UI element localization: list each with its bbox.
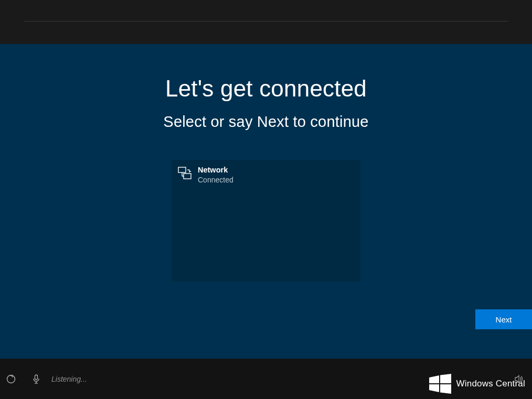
svg-marker-14 (440, 374, 451, 383)
network-list[interactable]: Network Connected (172, 160, 360, 282)
bottom-left-controls: Listening... (6, 374, 87, 384)
watermark-label: Windows Central (456, 379, 526, 389)
svg-rect-0 (178, 167, 186, 172)
svg-rect-9 (35, 375, 38, 380)
listening-label: Listening... (51, 375, 87, 383)
svg-marker-16 (440, 384, 451, 394)
svg-marker-15 (429, 384, 439, 392)
svg-point-7 (7, 375, 15, 383)
network-status: Connected (198, 176, 233, 184)
next-button[interactable]: Next (475, 309, 532, 329)
bottom-bar: Listening... Windows Central (0, 359, 532, 399)
network-name: Network (198, 165, 233, 175)
network-item[interactable]: Network Connected (172, 160, 360, 189)
cortana-icon[interactable] (6, 374, 16, 384)
watermark: Windows Central (429, 374, 526, 394)
windows-central-logo-icon (429, 374, 451, 394)
ethernet-icon (178, 166, 191, 180)
divider-line (24, 21, 508, 21)
page-subtitle: Select or say Next to continue (0, 113, 532, 131)
svg-rect-1 (184, 174, 191, 179)
page-title: Let's get connected (0, 44, 532, 102)
microphone-icon[interactable] (33, 374, 40, 384)
network-text: Network Connected (198, 165, 233, 184)
svg-marker-13 (429, 375, 439, 383)
top-bar (0, 0, 532, 44)
main-content: Let's get connected Select or say Next t… (0, 44, 532, 359)
